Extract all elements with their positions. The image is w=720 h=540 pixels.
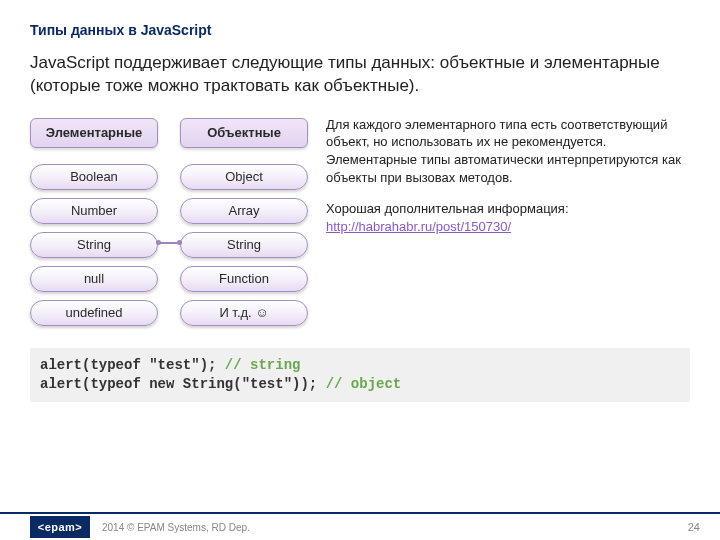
- footer: <epam> 2014 © EPAM Systems, RD Dep. 24: [0, 512, 720, 540]
- type-diagram: Элементарные Boolean Number String null …: [30, 116, 308, 334]
- type-pill: null: [30, 266, 158, 292]
- code-line-2: alert(typeof new String("test")); // obj…: [40, 375, 680, 394]
- object-header: Объектные: [180, 118, 308, 148]
- code-comment: // string: [225, 357, 301, 373]
- copyright-text: 2014 © EPAM Systems, RD Dep.: [102, 522, 250, 533]
- code-text: alert(typeof "test");: [40, 357, 225, 373]
- code-text: alert(typeof new String("test"));: [40, 376, 326, 392]
- link-prefix: Хорошая дополнительная информация:: [326, 201, 569, 216]
- side-text: Для каждого элементарного типа есть соот…: [326, 116, 690, 249]
- side-para-2: Хорошая дополнительная информация: http:…: [326, 200, 690, 235]
- reference-link[interactable]: http://habrahabr.ru/post/150730/: [326, 219, 511, 234]
- side-para-1: Для каждого элементарного типа есть соот…: [326, 116, 690, 186]
- type-pill: Boolean: [30, 164, 158, 190]
- connector-line: [158, 242, 180, 244]
- type-pill: String: [180, 232, 308, 258]
- code-block: alert(typeof "test"); // string alert(ty…: [30, 348, 690, 402]
- code-comment: // object: [326, 376, 402, 392]
- object-column: Объектные Object Array String Function И…: [180, 118, 308, 334]
- type-pill: Object: [180, 164, 308, 190]
- primitive-column: Элементарные Boolean Number String null …: [30, 118, 158, 334]
- primitive-header: Элементарные: [30, 118, 158, 148]
- code-line-1: alert(typeof "test"); // string: [40, 356, 680, 375]
- type-pill: Array: [180, 198, 308, 224]
- type-pill: String: [30, 232, 158, 258]
- intro-text: JavaScript поддерживает следующие типы д…: [30, 52, 690, 98]
- slide-title: Типы данных в JavaScript: [30, 22, 690, 38]
- epam-logo: <epam>: [30, 516, 90, 538]
- type-pill: undefined: [30, 300, 158, 326]
- type-pill: Number: [30, 198, 158, 224]
- type-pill: Function: [180, 266, 308, 292]
- page-number: 24: [688, 521, 700, 533]
- type-pill: И т.д. ☺: [180, 300, 308, 326]
